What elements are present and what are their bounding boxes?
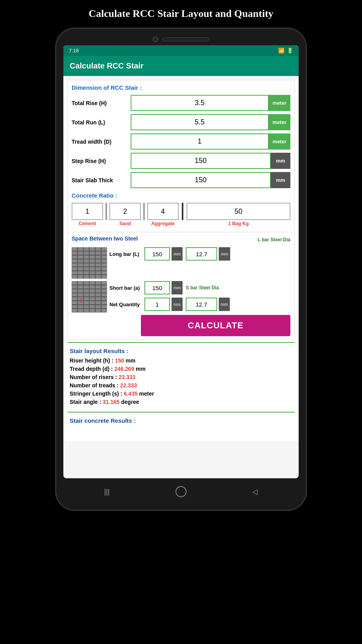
tread-width-input[interactable] [131, 133, 269, 150]
nav-back-icon[interactable]: ◁ [252, 487, 258, 496]
sand-wrap: Sand [109, 203, 141, 226]
battery-icon: 🔋 [287, 48, 293, 54]
sand-label: Sand [119, 221, 131, 226]
total-rise-input-group: meter [131, 95, 290, 111]
steel-net-image-long: ↔ [72, 247, 107, 279]
phone-frame: 7:18 📶 🔋 Calculate RCC Stair Dimension o… [55, 28, 307, 511]
page-title-text: Calculate RCC Stair Layout and Quantity [89, 8, 273, 20]
step-rise-unit: mm [271, 153, 290, 169]
calculate-button[interactable]: CALCULATE [141, 315, 290, 336]
result-stringer-value: 6.435 [124, 390, 138, 397]
concrete-results-divider [67, 412, 295, 413]
short-bar-unit: mm [172, 281, 183, 294]
long-bar-dia-unit: mm [219, 247, 230, 261]
result-riser-value: 150 [115, 357, 124, 364]
step-rise-input[interactable] [131, 153, 271, 169]
nav-home-icon[interactable] [175, 486, 187, 497]
concrete-ratio-row: Cement Sand Aggregate 1 Ba [72, 203, 290, 226]
layout-results-title: Stair layout Results : [70, 348, 292, 354]
cement-input[interactable] [72, 203, 103, 220]
short-bar-label: Short bar (a) [109, 285, 143, 291]
slab-thick-row: Stair Slab Thick mm [72, 172, 290, 188]
total-run-unit: meter [269, 114, 290, 130]
result-tread-label: Tread depth (d) : [70, 366, 115, 372]
result-stringer-unit: meter [138, 390, 154, 397]
results-divider [67, 342, 295, 343]
result-angle-unit: degree [120, 399, 139, 405]
step-rise-label: Step Rise (H) [72, 158, 131, 164]
long-bar-inputs: Long bar (L) mm mm [109, 247, 290, 261]
result-stair-angle: Stair angle : 31.165 degree [70, 399, 292, 405]
ratio-divider-2 [143, 203, 145, 220]
dimension-title: Dimension of RCC Stair : [72, 84, 290, 91]
long-bar-label: Long bar (L) [109, 251, 143, 257]
concrete-ratio-title: Concrete Ratio : [72, 192, 290, 199]
result-num-treads: Number of treads : 22.333 [70, 382, 292, 389]
concrete-results-section: Stair concrete Results : [63, 415, 299, 441]
svg-text:↕: ↕ [79, 296, 83, 304]
result-treads-label: Number of treads : [70, 382, 120, 389]
app-header: Calculate RCC Stair [63, 56, 299, 76]
short-bar-input[interactable] [144, 281, 170, 294]
aggregate-wrap: Aggregate [147, 203, 179, 226]
result-riser-unit: mm [124, 357, 135, 364]
long-bar-section: ↔ Long bar (L) mm mm [72, 247, 290, 279]
total-rise-unit: meter [269, 95, 290, 111]
result-treads-value: 22.333 [120, 382, 137, 389]
net-qty-label: Net Quantity [109, 302, 143, 307]
ratio-divider-3 [182, 203, 183, 220]
sbar-dia-label-row: Short bar (a) mm S bar Steel Dia [109, 281, 290, 294]
tread-width-input-group: meter [131, 133, 290, 150]
slab-thick-unit: mm [271, 172, 290, 188]
net-qty-unit: nos [172, 298, 183, 311]
result-tread-depth: Tread depth (d) : 246.269 mm [70, 366, 292, 372]
layout-results-section: Stair layout Results : Riser height (h) … [63, 345, 299, 409]
result-stringer-length: Stringer Length (s) : 6.435 meter [70, 390, 292, 397]
steel-net-image-short: ↕ [72, 281, 107, 313]
total-run-label: Total Run (L) [72, 119, 131, 126]
status-time: 7:18 [69, 48, 79, 54]
status-icons: 📶 🔋 [278, 48, 293, 54]
result-num-risers: Number of risers : 23.333 [70, 374, 292, 380]
result-riser-label: Riser height (h) : [70, 357, 115, 364]
slab-thick-label: Stair Slab Thick [72, 177, 131, 183]
result-tread-value: 246.269 [115, 366, 135, 372]
aggregate-input[interactable] [147, 203, 179, 220]
total-run-input[interactable] [131, 114, 269, 130]
sbar-dia-label: S bar Steel Dia [186, 285, 219, 291]
sand-input[interactable] [109, 203, 141, 220]
tread-width-unit: meter [269, 133, 290, 150]
short-bar-section: ↕ Short bar (a) mm S bar Steel Dia Net Q… [72, 281, 290, 313]
phone-top [63, 37, 299, 42]
tread-width-label: Tread width (D) [72, 139, 131, 145]
result-angle-label: Stair angle : [70, 399, 103, 405]
slab-thick-input[interactable] [131, 172, 271, 188]
phone-bottom-nav: ||| ◁ [63, 481, 299, 502]
bag-input[interactable] [187, 203, 290, 220]
tread-width-row: Tread width (D) meter [72, 133, 290, 150]
concrete-results-title: Stair concrete Results : [70, 417, 292, 424]
signal-icon: 📶 [278, 48, 284, 54]
aggregate-label: Aggregate [151, 221, 174, 226]
short-bar-inputs: Short bar (a) mm S bar Steel Dia Net Qua… [109, 281, 290, 311]
ratio-divider-1 [105, 203, 107, 220]
result-angle-value: 31.165 [103, 399, 120, 405]
lbar-dia-label: L bar Steel Dia [258, 237, 290, 242]
status-bar: 7:18 📶 🔋 [63, 45, 299, 56]
total-run-row: Total Run (L) meter [72, 114, 290, 130]
total-rise-input[interactable] [131, 95, 269, 111]
long-bar-input[interactable] [144, 247, 170, 261]
nav-menu-icon[interactable]: ||| [104, 488, 110, 496]
long-bar-row: Long bar (L) mm mm [109, 247, 290, 261]
net-qty-input[interactable] [144, 298, 170, 311]
app-header-title: Calculate RCC Stair [70, 61, 144, 70]
calc-btn-container: CALCULATE [72, 315, 290, 336]
steel-section: Space Between two Steel L bar Steel Dia [67, 232, 295, 340]
total-rise-label: Total Rise (H) [72, 100, 131, 106]
long-bar-dia-input[interactable] [186, 247, 217, 261]
phone-screen: 7:18 📶 🔋 Calculate RCC Stair Dimension o… [63, 45, 299, 478]
net-qty-dia-input[interactable] [186, 298, 217, 311]
bag-wrap: 1 Bag Kg [187, 203, 290, 226]
cement-wrap: Cement [72, 203, 103, 226]
svg-text:↔: ↔ [75, 255, 83, 264]
